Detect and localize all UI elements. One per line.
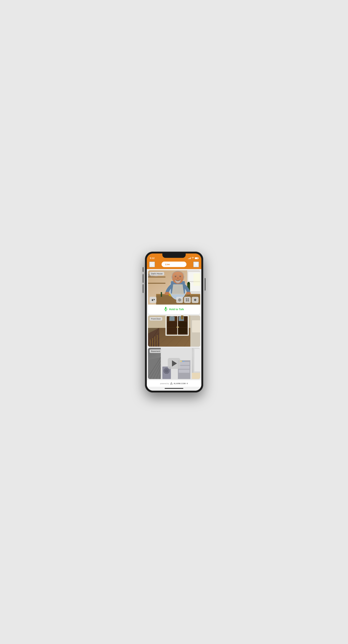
svg-point-94 xyxy=(171,384,172,384)
play-icon xyxy=(172,360,177,366)
svg-point-28 xyxy=(186,292,191,295)
svg-rect-60 xyxy=(181,316,183,319)
nav-bar: Live Saved xyxy=(147,260,201,269)
tab-live[interactable]: Live xyxy=(162,262,173,266)
camera-card-basement: Basement xyxy=(148,348,200,379)
svg-point-56 xyxy=(176,326,178,328)
svg-point-27 xyxy=(165,292,169,295)
svg-rect-69 xyxy=(157,335,158,346)
camera-feed-basement: Basement xyxy=(148,348,200,379)
camera-label-basement: Basement xyxy=(150,350,162,353)
svg-rect-53 xyxy=(168,328,176,333)
home-bar xyxy=(165,388,183,389)
svg-rect-1 xyxy=(148,276,166,278)
status-icons xyxy=(188,257,198,260)
camera-feed-kitchen: Dad's House xyxy=(148,270,200,304)
svg-rect-2 xyxy=(148,283,166,284)
signal-icon xyxy=(188,257,191,259)
svg-point-84 xyxy=(165,369,169,373)
hold-to-talk-button[interactable]: Hold to Talk xyxy=(148,304,200,314)
camera-card-front-door: Front Door xyxy=(148,316,200,346)
svg-rect-59 xyxy=(192,320,200,332)
svg-rect-16 xyxy=(188,282,189,284)
svg-rect-9 xyxy=(193,274,200,286)
svg-rect-68 xyxy=(155,336,155,346)
svg-rect-35 xyxy=(186,300,187,301)
alarm-brand: ALARM.COM xyxy=(174,382,186,384)
wifi-icon xyxy=(191,257,194,260)
svg-rect-14 xyxy=(161,292,162,297)
svg-rect-87 xyxy=(179,366,189,369)
svg-rect-55 xyxy=(179,328,187,333)
fullscreen-button[interactable] xyxy=(192,297,198,303)
svg-rect-91 xyxy=(192,373,200,379)
mic-icon xyxy=(164,307,168,312)
svg-rect-67 xyxy=(152,338,153,346)
focus-button[interactable] xyxy=(184,297,191,303)
settings-button[interactable] xyxy=(193,262,199,267)
svg-marker-73 xyxy=(148,357,161,379)
svg-rect-66 xyxy=(150,340,151,346)
back-button[interactable] xyxy=(149,262,155,267)
camera-controls-kitchen xyxy=(150,297,198,303)
svg-rect-54 xyxy=(179,322,187,327)
svg-rect-36 xyxy=(188,300,189,301)
content-area: Dad's House xyxy=(147,269,201,391)
camera-label-front-door: Front Door xyxy=(150,317,162,320)
screenshot-button[interactable] xyxy=(176,297,183,303)
svg-rect-34 xyxy=(188,299,189,300)
video-controls xyxy=(176,297,198,303)
svg-rect-90 xyxy=(182,361,184,362)
svg-rect-86 xyxy=(179,362,189,365)
hold-to-talk-label: Hold to Talk xyxy=(169,308,184,311)
svg-point-32 xyxy=(179,300,180,300)
alarm-logo-icon xyxy=(170,382,173,385)
battery-icon xyxy=(195,258,198,259)
powered-by-text: powered by xyxy=(160,382,169,384)
alarm-trademark: ® xyxy=(186,382,188,384)
status-time: 5:12 xyxy=(150,257,155,260)
notch xyxy=(162,254,186,258)
play-button[interactable] xyxy=(168,358,180,369)
camera-feed-front-door: Front Door xyxy=(148,316,200,346)
mute-button[interactable] xyxy=(150,297,157,303)
footer: powered by ALARM.COM ® xyxy=(147,380,201,387)
svg-rect-88 xyxy=(179,370,189,373)
camera-label-kitchen: Dad's House xyxy=(150,272,164,276)
home-indicator xyxy=(147,387,201,391)
svg-rect-81 xyxy=(194,349,200,372)
svg-rect-33 xyxy=(186,299,187,300)
svg-rect-52 xyxy=(168,322,176,327)
camera-card-kitchen: Dad's House xyxy=(148,270,200,314)
svg-point-57 xyxy=(178,326,179,328)
svg-rect-39 xyxy=(165,307,166,310)
tab-saved[interactable]: Saved xyxy=(173,262,186,266)
nav-tabs: Live Saved xyxy=(162,262,186,267)
